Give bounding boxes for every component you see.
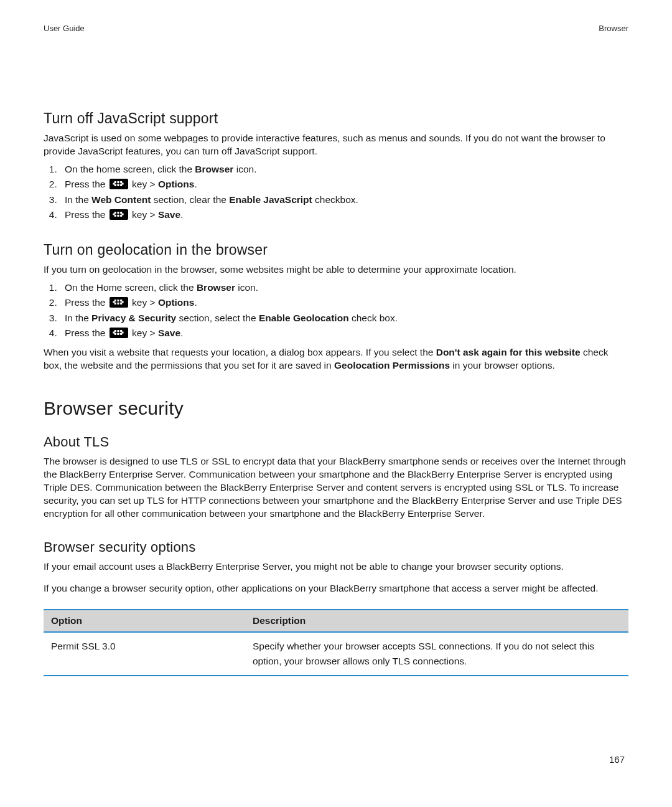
list-item: Press the key > Options. (60, 295, 628, 310)
heading-about-tls: About TLS (44, 434, 628, 450)
geo-steps: On the Home screen, click the Browser ic… (44, 280, 628, 341)
heading-geo: Turn on geolocation in the browser (44, 242, 628, 258)
js-steps: On the home screen, click the Browser ic… (44, 162, 628, 223)
table-row: Permit SSL 3.0 Specify whether your brow… (44, 632, 628, 676)
header-right: Browser (599, 24, 628, 33)
list-item: Press the key > Save. (60, 326, 628, 341)
security-options-table: Option Description Permit SSL 3.0 Specif… (44, 609, 628, 676)
page-number: 167 (609, 754, 625, 765)
list-item: On the home screen, click the Browser ic… (60, 162, 628, 177)
menu-key-icon (110, 297, 128, 308)
geo-note: When you visit a website that requests y… (44, 346, 628, 372)
list-item: Press the key > Options. (60, 177, 628, 192)
header-left: User Guide (44, 24, 85, 33)
list-item: Press the key > Save. (60, 207, 628, 222)
col-description: Description (245, 610, 628, 632)
page-header: User Guide Browser (44, 24, 628, 33)
list-item: In the Privacy & Security section, selec… (60, 311, 628, 326)
list-item: In the Web Content section, clear the En… (60, 192, 628, 207)
bso-p1: If your email account uses a BlackBerry … (44, 560, 628, 573)
cell-option: Permit SSL 3.0 (44, 632, 245, 676)
cell-description: Specify whether your browser accepts SSL… (245, 632, 628, 676)
geo-intro: If you turn on geolocation in the browse… (44, 263, 628, 276)
tls-body: The browser is designed to use TLS or SS… (44, 455, 628, 521)
bso-p2: If you change a browser security option,… (44, 582, 628, 595)
list-item: On the Home screen, click the Browser ic… (60, 280, 628, 295)
col-option: Option (44, 610, 245, 632)
heading-bso: Browser security options (44, 539, 628, 555)
menu-key-icon (110, 328, 128, 338)
heading-js: Turn off JavaScript support (44, 110, 628, 127)
menu-key-icon (110, 209, 128, 220)
heading-browser-security: Browser security (44, 398, 628, 419)
menu-key-icon (110, 179, 128, 189)
js-intro: JavaScript is used on some webpages to p… (44, 132, 628, 158)
